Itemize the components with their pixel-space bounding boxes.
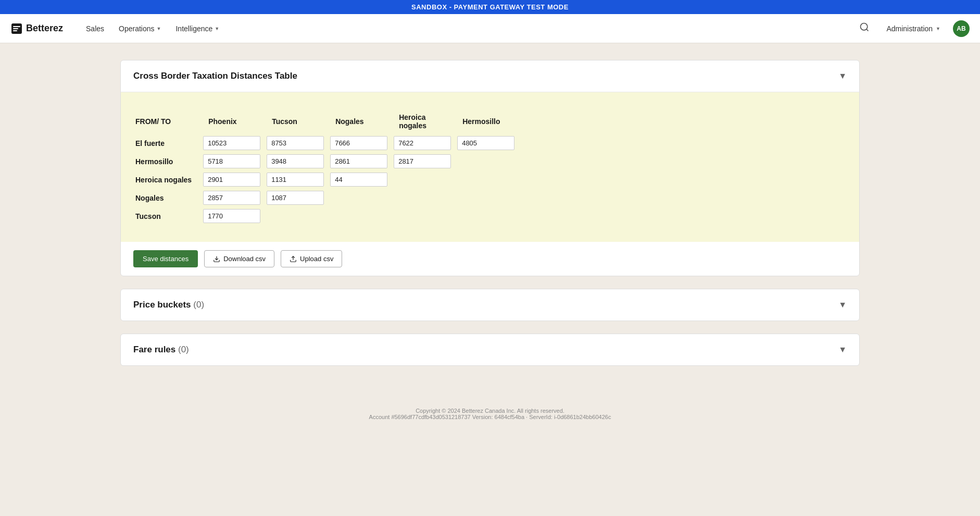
- avatar[interactable]: AB: [953, 20, 970, 37]
- table-row: Heroica nogales: [135, 170, 518, 189]
- row-label: Nogales: [135, 189, 200, 207]
- banner-text: SANDBOX - PAYMENT GATEWAY TEST MODE: [411, 3, 569, 11]
- cell: [263, 152, 327, 170]
- distance-table: FROM/ TO Phoenix Tucson Nogales Heroican…: [135, 109, 518, 225]
- nav-operations-label: Operations: [119, 24, 154, 33]
- cell: [391, 134, 454, 152]
- col-phoenix: Phoenix: [200, 109, 263, 134]
- col-nogales: Nogales: [327, 109, 391, 134]
- cell: [327, 152, 391, 170]
- distance-input[interactable]: [394, 136, 451, 150]
- download-csv-label: Download csv: [223, 255, 266, 263]
- fare-rules-title: Fare rules (0): [133, 345, 189, 355]
- cross-border-header[interactable]: Cross Border Taxation Distances Table ▼: [121, 60, 859, 92]
- nav-right: Administration AB: [855, 18, 970, 39]
- cross-border-chevron: ▼: [838, 71, 847, 81]
- row-label: El fuerte: [135, 134, 200, 152]
- cell: [391, 170, 454, 189]
- sandbox-banner: SANDBOX - PAYMENT GATEWAY TEST MODE: [0, 0, 980, 14]
- download-icon: [213, 255, 220, 263]
- row-label: Hermosillo: [135, 152, 200, 170]
- search-button[interactable]: [855, 18, 874, 39]
- distance-input[interactable]: [394, 154, 451, 168]
- col-hermosillo: Hermosillo: [454, 109, 518, 134]
- search-icon: [859, 22, 870, 32]
- nav-operations[interactable]: Operations: [112, 20, 167, 37]
- upload-csv-button[interactable]: Upload csv: [281, 250, 342, 267]
- logo-icon: [10, 22, 23, 35]
- col-tucson: Tucson: [263, 109, 327, 134]
- cell: [454, 207, 518, 225]
- distance-input[interactable]: [267, 136, 324, 150]
- footer-account-info: Account #5696df77cdfb43d0531218737 Versi…: [12, 414, 968, 420]
- footer-copyright: Copyright © 2024 Betterez Canada Inc. Al…: [12, 408, 968, 414]
- distance-input[interactable]: [267, 154, 324, 168]
- row-label: Tucson: [135, 207, 200, 225]
- distance-input[interactable]: [457, 136, 514, 150]
- cross-border-title: Cross Border Taxation Distances Table: [133, 71, 297, 81]
- download-csv-button[interactable]: Download csv: [204, 250, 274, 267]
- cross-border-card: Cross Border Taxation Distances Table ▼ …: [120, 60, 860, 276]
- cell: [391, 207, 454, 225]
- logo-text: Betterez: [26, 23, 63, 34]
- cell: [391, 189, 454, 207]
- col-from-to: FROM/ TO: [135, 109, 200, 134]
- distance-input[interactable]: [203, 154, 260, 168]
- cell: [327, 207, 391, 225]
- save-distances-button[interactable]: Save distances: [133, 250, 198, 267]
- avatar-initials: AB: [957, 25, 965, 32]
- table-row: Hermosillo: [135, 152, 518, 170]
- cell: [200, 134, 263, 152]
- cell: [454, 170, 518, 189]
- distance-input[interactable]: [267, 173, 324, 187]
- cell: [454, 134, 518, 152]
- row-label: Heroica nogales: [135, 170, 200, 189]
- table-row: Nogales: [135, 189, 518, 207]
- upload-csv-label: Upload csv: [300, 255, 333, 263]
- cross-border-footer: Save distances Download csv Upload csv: [121, 242, 859, 276]
- table-row: Tucson: [135, 207, 518, 225]
- cell: [263, 207, 327, 225]
- cell: [200, 152, 263, 170]
- nav-sales-label: Sales: [86, 24, 104, 33]
- distance-input[interactable]: [330, 136, 387, 150]
- distance-input[interactable]: [203, 191, 260, 205]
- nav-links: Sales Operations Intelligence: [80, 20, 855, 37]
- nav-sales[interactable]: Sales: [80, 20, 110, 37]
- cell: [263, 170, 327, 189]
- cell: [327, 170, 391, 189]
- cell: [327, 189, 391, 207]
- cell: [200, 207, 263, 225]
- table-row: El fuerte: [135, 134, 518, 152]
- cell: [327, 134, 391, 152]
- distance-table-area: FROM/ TO Phoenix Tucson Nogales Heroican…: [121, 92, 859, 242]
- price-buckets-header[interactable]: Price buckets (0) ▼: [121, 289, 859, 321]
- page-content: Cross Border Taxation Distances Table ▼ …: [99, 43, 881, 395]
- nav-intelligence[interactable]: Intelligence: [169, 20, 225, 37]
- cell: [391, 152, 454, 170]
- logo-link[interactable]: Betterez: [10, 22, 63, 35]
- nav-intelligence-label: Intelligence: [175, 24, 212, 33]
- cell: [454, 189, 518, 207]
- admin-label: Administration: [886, 24, 933, 33]
- distance-input[interactable]: [267, 191, 324, 205]
- fare-rules-card: Fare rules (0) ▼: [120, 334, 860, 366]
- distance-input[interactable]: [203, 173, 260, 187]
- cell: [263, 134, 327, 152]
- distance-input[interactable]: [203, 136, 260, 150]
- svg-point-1: [861, 23, 868, 30]
- distance-input[interactable]: [330, 173, 387, 187]
- distance-input[interactable]: [203, 209, 260, 223]
- price-buckets-chevron: ▼: [838, 300, 847, 310]
- admin-button[interactable]: Administration: [882, 20, 945, 37]
- cell: [454, 152, 518, 170]
- page-footer: Copyright © 2024 Betterez Canada Inc. Al…: [0, 395, 980, 433]
- cell: [263, 189, 327, 207]
- cell: [200, 189, 263, 207]
- upload-icon: [290, 255, 297, 263]
- distance-input[interactable]: [330, 154, 387, 168]
- fare-rules-chevron: ▼: [838, 345, 847, 354]
- cell: [200, 170, 263, 189]
- fare-rules-header[interactable]: Fare rules (0) ▼: [121, 334, 859, 365]
- price-buckets-card: Price buckets (0) ▼: [120, 289, 860, 321]
